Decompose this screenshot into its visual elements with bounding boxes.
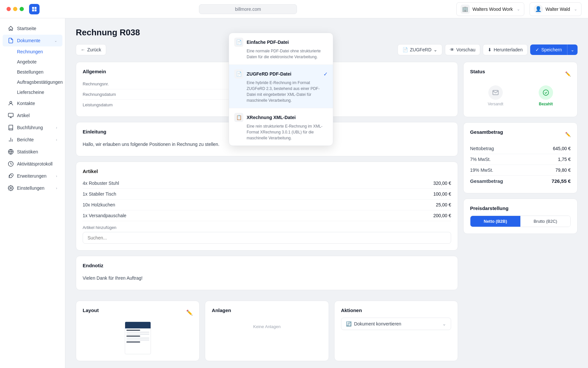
leistungsdatum-label[interactable]: Leistungsdatum [83,102,113,107]
sidebar-subitem-lieferscheine[interactable]: Lieferscheine [7,87,62,97]
artikel-row-0: 4x Robuster Stuhl 320,00 € [83,178,451,189]
gesamtbetrag-card: Gesamtbetrag ✏️ Nettobetrag 645,00 € 7% … [463,122,578,193]
dokument-konvertieren-button[interactable]: 🔄 Dokument konvertieren ⌄ [341,318,451,330]
thumb-line-1 [126,330,140,331]
sidebar-subitem-rechnungen[interactable]: Rechnungen [7,47,62,57]
keine-anlagen-text: Keine Anlagen [212,318,322,336]
versandt-label: Versandt [488,102,503,106]
back-button[interactable]: ← Zurück [76,44,106,55]
artikel-search-input[interactable] [83,232,451,244]
xml-icon: 📋 [234,113,243,122]
dropdown-item-einfache-pdf[interactable]: 📄 Einfache PDF-Datei Eine normale PDF-Da… [229,33,333,65]
endnotiz-card: Endnotiz Vielen Dank für Ihren Auftrag! [76,256,458,290]
book-icon [8,125,14,131]
sidebar-label-erweiterungen: Erweiterungen [17,173,46,179]
brutto-option[interactable]: Brutto (B2C) [520,216,570,227]
sidebar-subitem-bestellungen[interactable]: Bestellungen [7,67,62,77]
sidebar-label-statistiken: Statistiken [17,149,38,154]
url-bar[interactable]: billmore.com [199,4,297,14]
preisdarstellung-card: Preisdarstellung Netto (B2B) Brutto (B2C… [463,199,578,234]
bottom-cards: Layout ✏️ [76,301,458,361]
mwst7-value: 1,75 € [558,157,571,162]
status-icons: Versandt Bezahlt [470,81,571,110]
buchfuehrung-chevron-icon: › [56,126,57,130]
sidebar-subitem-angebote[interactable]: Angebote [7,57,62,67]
status-edit-icon[interactable]: ✏️ [565,71,571,77]
zugferd-dropdown-button[interactable]: 📄 ZUGFeRD ⌄ [398,44,442,55]
sidebar-item-statistiken[interactable]: Statistiken [3,146,62,158]
thumb-line-4 [126,336,140,337]
sidebar-item-startseite[interactable]: Startseite [3,23,62,34]
sidebar-label-buchfuehrung: Buchführung [17,125,43,130]
home-icon [8,26,14,31]
window-min-btn[interactable] [13,7,17,11]
sidebar-label-aktivitaetsprotokoll: Aktivitätsprotokoll [17,161,53,166]
pdf-icon: 📄 [234,38,243,47]
artikel-row-1: 1x Stabiler Tisch 100,00 € [83,189,451,200]
window-max-btn[interactable] [20,7,24,11]
gesamt-label: Gesamtbetrag [470,178,503,184]
endnotiz-title: Endnotiz [83,263,451,268]
price-toggle: Netto (B2B) Brutto (B2C) [470,216,571,227]
status-bezahlt: Bezahlt [539,85,553,106]
zugferd-icon: 📄 [234,69,243,79]
sidebar: Startseite Dokumente ⌄ Rechnungen Angebo… [0,18,65,368]
layout-title: Layout [83,307,99,313]
eye-icon: 👁 [450,47,454,52]
sidebar-item-dokumente[interactable]: Dokumente ⌄ [3,35,62,46]
user-chevron: ⌄ [574,7,577,11]
gesamtbetrag-row: Gesamtbetrag 726,55 € [470,176,571,186]
rechnungsnr-label: Rechnungsnr. [83,81,109,86]
sidebar-item-artikel[interactable]: Artikel [3,110,62,121]
user-selector[interactable]: 👤 Walter Wald ⌄ [530,2,581,16]
sidebar-item-berichte[interactable]: Berichte › [3,134,62,146]
gear-icon [8,185,14,191]
back-arrow-icon: ← [81,47,85,52]
app-logo [29,4,40,14]
thumb-body [125,328,151,344]
check-mark-icon: ✓ [323,71,328,77]
status-card: Status ✏️ Versandt Bezahlt [463,62,578,117]
dropdown-item-zugferd-pdf[interactable]: 📄 ZUGFeRD PDF-Datei ✓ Eine hybride E-Rec… [229,65,333,108]
preview-button[interactable]: 👁 Vorschau [445,44,480,55]
sidebar-item-einstellungen[interactable]: Einstellungen › [3,182,62,194]
window-close-btn[interactable] [7,7,11,11]
company-selector[interactable]: 🏢 Walters Wood Work ⌄ [456,2,524,16]
stats-icon [8,149,14,155]
netto-option[interactable]: Netto (B2B) [470,216,520,227]
dropdown-desc-0: Eine normale PDF-Datei ohne strukturiert… [234,48,328,60]
einstellungen-chevron-icon: › [56,186,57,190]
sidebar-subitem-auftragsbestatigungen[interactable]: Auftragsbestätigungen [7,77,62,87]
artikel-row-3: 1x Versandpauschale 200,00 € [83,210,451,221]
dropdown-item-xrechnung-xml[interactable]: 📋 XRechnung XML-Datei Eine rein struktur… [229,108,333,146]
gesamtbetrag-edit-icon[interactable]: ✏️ [565,132,571,137]
erweiterungen-chevron-icon: › [56,174,57,178]
sidebar-item-erweiterungen[interactable]: Erweiterungen › [3,170,62,182]
convert-label: Dokument konvertieren [354,321,401,326]
mwst19-row: 19% MwSt. 79,80 € [470,165,571,176]
convert-icon: 🔄 [346,321,351,326]
save-button[interactable]: ✓ Speichern [530,44,567,55]
sidebar-item-buchfuehrung[interactable]: Buchführung › [3,122,62,133]
sidebar-label-artikel: Artikel [17,113,30,118]
thumb-line-3 [126,334,149,335]
toolbar-actions: 📄 ZUGFeRD ⌄ 👁 Vorschau ⬇ Herunterladen ✓… [398,44,578,55]
artikel-price-3: 200,00 € [433,213,451,218]
company-chevron: ⌄ [517,7,520,11]
thumb-line-5 [126,338,149,339]
artikel-price-2: 25,00 € [436,202,451,207]
sidebar-item-kontakte[interactable]: Kontakte [3,97,62,109]
versandt-icon [488,85,503,100]
dropdown-desc-2: Eine rein strukturierte E-Rechnung im XM… [234,123,328,141]
sidebar-item-aktivitaetsprotokoll[interactable]: Aktivitätsprotokoll [3,158,62,170]
topbar: billmore.com 🏢 Walters Wood Work ⌄ 👤 Wal… [0,0,588,18]
artikel-name-0: 4x Robuster Stuhl [83,181,119,186]
dropdown-desc-1: Eine hybride E-Rechnung im Format ZUGFeR… [234,80,328,103]
thumb-header [125,322,151,328]
bezahlt-label: Bezahlt [539,102,553,106]
download-button[interactable]: ⬇ Herunterladen [483,44,528,55]
convert-chevron-icon: ⌄ [442,321,446,326]
layout-edit-icon[interactable]: ✏️ [186,309,193,316]
layout-preview [83,322,193,354]
save-dropdown-button[interactable]: ⌄ [567,44,578,55]
